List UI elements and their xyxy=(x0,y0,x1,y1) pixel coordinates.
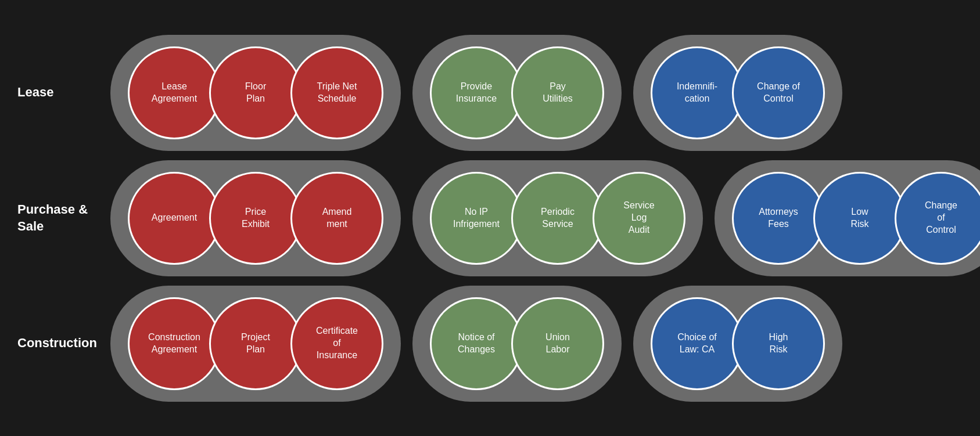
green-group-construction: Notice of ChangesUnion Labor xyxy=(412,286,622,402)
blue-circle-construction-0[interactable]: Choice of Law: CA xyxy=(651,297,744,390)
blue-group-purchase-sale: Attorneys FeesLow RiskChange of Control xyxy=(715,160,980,276)
label-purchase-sale: Purchase & Sale xyxy=(12,201,110,235)
blue-group-construction: Choice of Law: CAHigh Risk xyxy=(633,286,842,402)
green-circle-purchase-sale-0[interactable]: No IP Infrigement xyxy=(430,172,523,265)
row-construction: ConstructionConstruction AgreementProjec… xyxy=(12,286,968,402)
label-lease: Lease xyxy=(12,84,110,101)
row-purchase-sale: Purchase & SaleAgreementPrice ExhibitAme… xyxy=(12,160,968,276)
red-circle-lease-2[interactable]: Triple Net Schedule xyxy=(290,46,383,139)
main-container: LeaseLease AgreementFloor PlanTriple Net… xyxy=(12,35,968,402)
red-group-purchase-sale: AgreementPrice ExhibitAmend ment xyxy=(110,160,401,276)
blue-circle-construction-1[interactable]: High Risk xyxy=(732,297,825,390)
red-circle-purchase-sale-0[interactable]: Agreement xyxy=(128,172,221,265)
blue-circle-lease-0[interactable]: Indemnifi- cation xyxy=(651,46,744,139)
red-circle-lease-0[interactable]: Lease Agreement xyxy=(128,46,221,139)
green-circle-construction-1[interactable]: Union Labor xyxy=(511,297,604,390)
red-group-construction: Construction AgreementProject PlanCertif… xyxy=(110,286,401,402)
green-circle-construction-0[interactable]: Notice of Changes xyxy=(430,297,523,390)
blue-circle-lease-1[interactable]: Change of Control xyxy=(732,46,825,139)
red-circle-purchase-sale-1[interactable]: Price Exhibit xyxy=(209,172,302,265)
red-circle-lease-1[interactable]: Floor Plan xyxy=(209,46,302,139)
blue-circle-purchase-sale-0[interactable]: Attorneys Fees xyxy=(732,172,825,265)
green-circle-purchase-sale-2[interactable]: Service Log Audit xyxy=(593,172,685,265)
green-circle-lease-0[interactable]: Provide Insurance xyxy=(430,46,523,139)
green-circle-purchase-sale-1[interactable]: Periodic Service xyxy=(511,172,604,265)
blue-circle-purchase-sale-1[interactable]: Low Risk xyxy=(813,172,906,265)
red-circle-construction-0[interactable]: Construction Agreement xyxy=(128,297,221,390)
green-group-lease: Provide InsurancePay Utilities xyxy=(412,35,622,151)
green-group-purchase-sale: No IP InfrigementPeriodic ServiceService… xyxy=(412,160,703,276)
red-circle-construction-1[interactable]: Project Plan xyxy=(209,297,302,390)
red-circle-purchase-sale-2[interactable]: Amend ment xyxy=(290,172,383,265)
label-construction: Construction xyxy=(12,335,110,352)
red-group-lease: Lease AgreementFloor PlanTriple Net Sche… xyxy=(110,35,401,151)
blue-group-lease: Indemnifi- cationChange of Control xyxy=(633,35,842,151)
row-lease: LeaseLease AgreementFloor PlanTriple Net… xyxy=(12,35,968,151)
red-circle-construction-2[interactable]: Certificate of Insurance xyxy=(290,297,383,390)
green-circle-lease-1[interactable]: Pay Utilities xyxy=(511,46,604,139)
blue-circle-purchase-sale-2[interactable]: Change of Control xyxy=(895,172,980,265)
